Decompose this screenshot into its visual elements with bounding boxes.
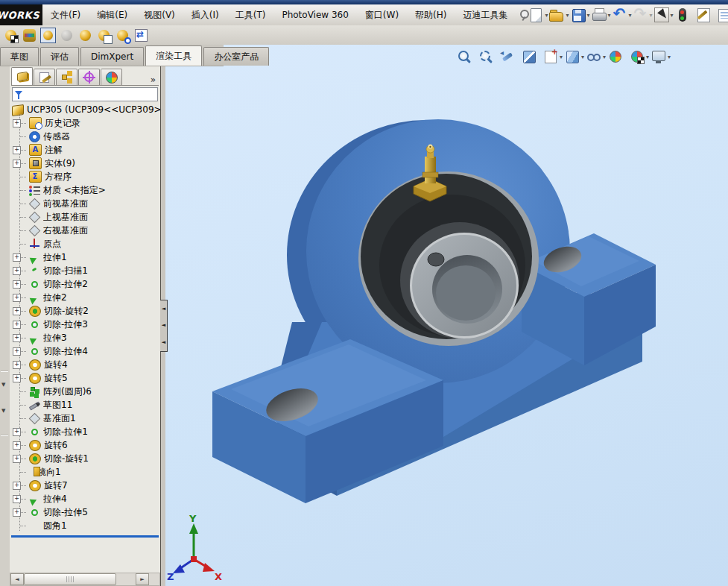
graphics-viewport[interactable]: Y Z X ▾ ▾ ▾	[165, 45, 728, 586]
tree-item[interactable]: 切除-拉伸3	[10, 318, 160, 331]
previous-view-icon[interactable]	[500, 49, 515, 64]
featuremanager-tab[interactable]	[11, 67, 33, 85]
tree-item[interactable]: 切除-旋转1	[10, 452, 160, 465]
expand-toggle[interactable]	[13, 482, 21, 490]
expand-toggle[interactable]	[13, 119, 21, 127]
tree-item[interactable]: 材质 <未指定>	[10, 183, 160, 197]
tree-item[interactable]: 旋转5	[10, 371, 160, 385]
apply-scene-icon[interactable]	[630, 49, 645, 64]
expand-toggle[interactable]	[13, 294, 21, 302]
scrollbar-thumb[interactable]	[24, 573, 116, 585]
menu-item[interactable]: 视图(V)	[136, 7, 183, 23]
menu-item[interactable]: 编辑(E)	[89, 7, 136, 23]
expand-toggle[interactable]	[13, 321, 21, 329]
dropdown-arrow-icon[interactable]: ▾	[671, 12, 674, 19]
properties-icon[interactable]	[696, 7, 711, 22]
expand-toggle[interactable]	[13, 347, 21, 356]
tree-item[interactable]: 前视基准面	[10, 197, 160, 210]
toolbar-button[interactable]: ▾	[675, 7, 694, 22]
command-tab[interactable]: 草图	[0, 47, 39, 66]
menu-item[interactable]: 帮助(H)	[407, 7, 455, 23]
zoom-area-icon[interactable]	[478, 49, 493, 64]
tree-item[interactable]: 拉伸1	[10, 251, 160, 264]
hide-show-items-icon[interactable]	[586, 49, 601, 64]
expand-toggle[interactable]	[13, 146, 21, 154]
new-document-icon[interactable]	[528, 7, 543, 22]
menu-item[interactable]: PhotoView 360	[273, 7, 356, 23]
dropdown-arrow-icon[interactable]: ▾	[608, 12, 611, 19]
rebuild-traffic-light-icon[interactable]	[675, 7, 690, 22]
expand-toggle[interactable]	[13, 374, 21, 382]
expand-toggle[interactable]	[13, 280, 21, 289]
dropdown-arrow-icon[interactable]: ▾	[545, 12, 548, 19]
tree-item[interactable]: 切除-扫描1	[10, 264, 160, 277]
tree-item[interactable]: 镜向1	[10, 465, 160, 479]
appearance-target-icon[interactable]	[22, 28, 37, 43]
scroll-left-button[interactable]: ◄	[10, 573, 24, 585]
tree-item[interactable]: 切除-拉伸5	[10, 505, 160, 519]
scroll-right-button[interactable]: ►	[136, 573, 149, 585]
zoom-fit-icon[interactable]	[457, 49, 472, 64]
panel-tabs-overflow-chevron[interactable]: »	[148, 75, 159, 85]
dropdown-arrow-icon[interactable]: ▾	[587, 12, 590, 19]
command-tab[interactable]: 渲染工具	[145, 45, 202, 66]
filter-input[interactable]	[25, 89, 157, 100]
dropdown-arrow-icon[interactable]: ▾	[560, 54, 563, 60]
dimxpertmanager-tab[interactable]	[78, 69, 100, 85]
options-icon[interactable]	[717, 7, 728, 22]
select-icon[interactable]	[654, 7, 669, 22]
panel-collapse-handle[interactable]: ◄ ◄ ◄	[160, 300, 168, 352]
tree-item[interactable]: 上视基准面	[10, 210, 160, 224]
edit-appearance-icon[interactable]	[608, 49, 623, 64]
flyout-arrow-icon[interactable]: ▼	[1, 408, 5, 414]
tree-item[interactable]: 旋转4	[10, 358, 160, 371]
model-canvas[interactable]: Y Z X	[165, 45, 728, 586]
command-tab[interactable]: 办公室产品	[203, 47, 269, 66]
recall-last-render-icon[interactable]	[133, 28, 149, 43]
tree-item[interactable]: 历史记录	[10, 116, 160, 130]
expand-toggle[interactable]	[13, 267, 21, 275]
dropdown-arrow-icon[interactable]: ▾	[603, 54, 606, 60]
view-settings-icon[interactable]	[651, 49, 666, 64]
dropdown-arrow-icon[interactable]: ▾	[668, 54, 671, 60]
dropdown-arrow-icon[interactable]: ▾	[650, 12, 653, 19]
toolbar-button[interactable]: ▾	[633, 7, 653, 22]
tree-item[interactable]: 切除-旋转2	[10, 304, 160, 318]
expand-toggle[interactable]	[13, 253, 21, 262]
tree-item[interactable]: 切除-拉伸2	[10, 277, 160, 291]
tree-item[interactable]: 切除-拉伸4	[10, 344, 160, 358]
rollback-bar[interactable]	[11, 535, 159, 538]
toolbar-button[interactable]: ▾	[528, 7, 548, 22]
menu-item[interactable]: 插入(I)	[183, 7, 227, 23]
toolbar-button[interactable]: ▾	[613, 7, 632, 22]
command-tab[interactable]: DimXpert	[80, 47, 144, 66]
render-options-icon[interactable]	[96, 28, 112, 43]
undo-icon[interactable]	[613, 7, 627, 22]
expand-toggle[interactable]	[13, 508, 21, 517]
redo-icon[interactable]	[633, 7, 648, 22]
preview-window-icon[interactable]	[40, 28, 56, 43]
expand-toggle[interactable]	[13, 307, 21, 315]
pillow-block-model[interactable]	[212, 119, 656, 503]
tree-item[interactable]: 右视基准面	[10, 224, 160, 237]
tree-item[interactable]: 原点	[10, 237, 160, 251]
tree-item[interactable]: 注解	[10, 143, 160, 157]
toolbar-button[interactable]: ▾	[592, 7, 611, 22]
tree-item[interactable]: 拉伸4	[10, 492, 160, 505]
schedule-render-icon[interactable]	[115, 28, 130, 43]
tree-item[interactable]: 实体(9)	[10, 157, 160, 170]
expand-toggle[interactable]	[13, 495, 21, 503]
configurationmanager-tab[interactable]	[56, 69, 77, 85]
expand-toggle[interactable]	[13, 441, 21, 450]
tree-item[interactable]: 拉伸2	[10, 291, 160, 304]
expand-toggle[interactable]	[13, 428, 21, 436]
tree-item[interactable]: 旋转7	[10, 479, 160, 492]
tree-item[interactable]: 阵列(圆周)6	[10, 385, 160, 398]
view-orientation-icon[interactable]	[543, 49, 558, 64]
dropdown-arrow-icon[interactable]: ▾	[629, 12, 632, 19]
tree-root-item[interactable]: UCP305 (UCP309<<UCP309>	[10, 103, 160, 116]
tree-item[interactable]: 草图11	[10, 398, 160, 412]
tree-item[interactable]: 圆角1	[10, 519, 160, 532]
expand-toggle[interactable]	[13, 334, 21, 342]
toolbar-button[interactable]: ▾	[696, 7, 715, 22]
